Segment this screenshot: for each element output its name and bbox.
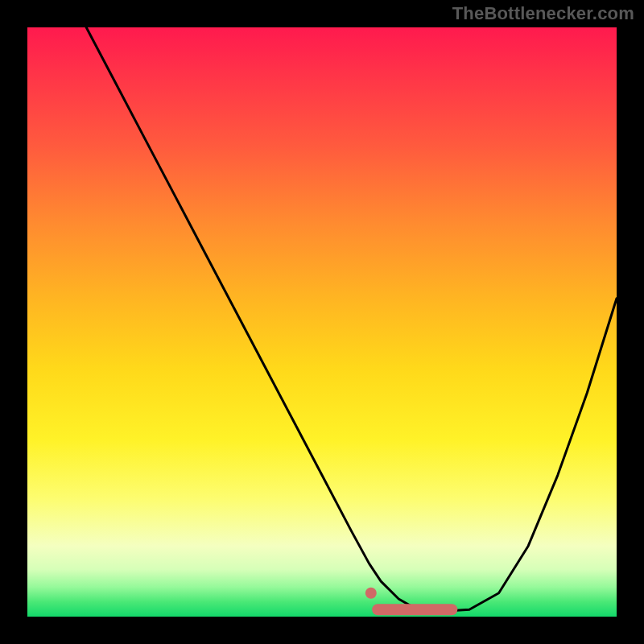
- watermark-text: TheBottlenecker.com: [452, 3, 634, 24]
- curve-layer: [86, 27, 617, 611]
- chart-svg: [27, 27, 617, 617]
- bottleneck-curve-path: [86, 27, 617, 611]
- selected-point-marker: [365, 588, 377, 599]
- chart-frame: TheBottlenecker.com: [0, 0, 644, 644]
- plot-area: [27, 27, 617, 617]
- optimal-range-marker: [372, 604, 457, 615]
- marker-layer: [365, 588, 458, 616]
